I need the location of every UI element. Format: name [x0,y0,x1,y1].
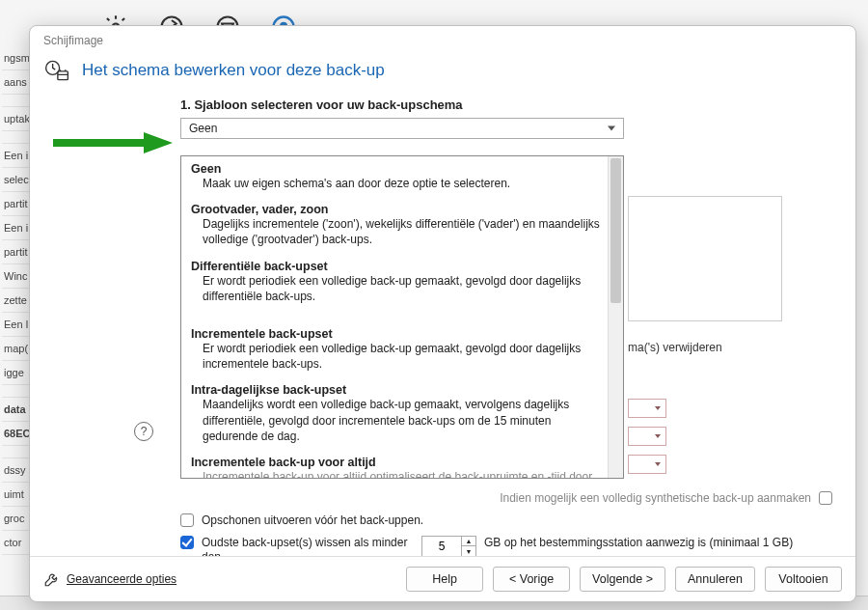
bg-nav-fragment: dssy [2,458,29,483]
next-button[interactable]: Volgende > [580,567,665,592]
dialog-header: Het schema bewerken voor deze back-up [30,51,855,92]
attention-arrow [51,130,176,155]
template-option-title: Differentiële back-upset [191,260,602,273]
bg-nav-fragment: aans [2,70,29,95]
template-option[interactable]: Grootvader, vader, zoonDagelijks increme… [191,203,602,247]
template-option-title: Intra-dagelijkse back-upset [191,383,602,397]
lower-options: Indien mogelijk een volledig synthetisch… [180,491,836,556]
delete-schemas-label-fragment: ma('s) verwijderen [628,341,722,354]
synthetic-checkbox[interactable] [819,491,832,505]
cleanup-label: Opschonen uitvoeren vóór het back-uppen. [202,513,423,527]
cancel-button[interactable]: Annuleren [675,567,755,592]
template-option-title: Grootvader, vader, zoon [191,203,602,216]
bg-side-list: ngsmaansuptakEen iselecpartitEen ipartit… [2,46,29,555]
bg-nav-fragment: map( [2,337,29,361]
bg-nav-fragment: Een i [2,144,29,168]
bg-nav-fragment: selec [2,168,29,192]
template-option[interactable]: GeenMaak uw eigen schema's aan door deze… [191,162,602,191]
delete-oldest-row: Oudste back-upset(s) wissen als minder d… [180,536,836,556]
gb-spinner-up[interactable]: ▲ [462,537,475,546]
template-option[interactable]: Incrementele back-up voor altijdIncremen… [191,456,602,478]
gb-spinner-down[interactable]: ▼ [462,546,475,556]
template-option-title: Incrementele back-upset [191,327,602,341]
gb-trail-label: GB op het bestemmingsstation aanwezig is… [484,536,793,549]
advanced-options-label[interactable]: Geavanceerde opties [67,572,176,586]
template-option-title: Geen [191,162,602,176]
svg-rect-6 [58,71,68,80]
template-option-desc: Dagelijks incrementele ('zoon'), wekelij… [191,216,602,247]
template-option-desc: Maandelijks wordt een volledige back-up … [191,397,602,444]
finish-button[interactable]: Voltooien [765,567,842,592]
template-option[interactable]: Intra-dagelijkse back-upsetMaandelijks w… [191,383,602,444]
bg-nav-fragment: ngsm [2,46,29,70]
bg-nav-fragment: ctor [2,531,29,555]
schedule-icon [43,57,70,84]
template-option-desc: Maak uw eigen schema's aan door deze opt… [191,176,602,191]
template-dropdown-value: Geen [189,122,217,135]
step-heading: 1. Sjabloon selecteren voor uw back-upsc… [180,97,836,112]
bg-nav-fragment [2,95,29,107]
synthetic-row: Indien mogelijk een volledig synthetisch… [180,491,836,505]
template-option-title: Incrementele back-up voor altijd [191,456,602,469]
dialog-body: 1. Sjabloon selecteren voor uw back-upsc… [30,92,855,556]
dropdown-scrollbar[interactable] [608,156,623,478]
bg-nav-fragment: data [2,398,29,422]
schedule-preview-box [628,196,782,321]
bg-nav-fragment: Winc [2,264,29,289]
help-icon[interactable]: ? [134,422,153,441]
bg-nav-fragment [2,131,29,144]
schedule-dialog: Schijfimage Het schema bewerken voor dez… [29,25,856,602]
bg-nav-fragment: uptak [2,107,29,131]
gb-input[interactable] [422,537,461,556]
retention-selects [628,399,666,474]
template-dropdown-panel: GeenMaak uw eigen schema's aan door deze… [180,155,624,479]
retention-select-3[interactable] [628,455,666,474]
cleanup-checkbox[interactable] [180,513,194,527]
help-button[interactable]: Help [406,567,483,592]
bg-nav-fragment: Een i [2,216,29,240]
delete-oldest-checkbox[interactable] [180,536,194,549]
bg-nav-fragment: 68EC [2,422,29,446]
template-option-desc: Er wordt periodiek een volledige back-up… [191,341,602,372]
template-dropdown[interactable]: Geen [180,118,624,139]
template-option-desc: Er wordt periodiek een volledige back-up… [191,273,602,304]
synthetic-label: Indien mogelijk een volledig synthetisch… [500,491,811,505]
template-option[interactable]: Incrementele back-upsetEr wordt periodie… [191,327,602,372]
wrench-icon [43,570,61,588]
bg-nav-fragment [2,385,29,398]
bg-nav-fragment: Een l [2,313,29,337]
bg-nav-fragment [2,446,29,458]
bg-nav-fragment: partit [2,192,29,216]
previous-button[interactable]: < Vorige [493,567,570,592]
dialog-heading: Het schema bewerken voor deze back-up [82,61,385,80]
bg-nav-fragment: zette [2,289,29,313]
dialog-title: Schijfimage [30,26,855,51]
template-option[interactable]: Differentiële back-upsetEr wordt periodi… [191,260,602,304]
template-option-desc: Incrementele back-up voor altijd optimal… [191,469,602,478]
template-option-list: GeenMaak uw eigen schema's aan door deze… [181,156,608,478]
scrollbar-thumb[interactable] [610,158,621,303]
retention-select-2[interactable] [628,427,666,446]
dialog-footer: Geavanceerde opties Help < Vorige Volgen… [30,556,855,601]
retention-select-1[interactable] [628,399,666,418]
bg-nav-fragment: groc [2,507,29,531]
bg-nav-fragment: igge [2,361,29,385]
bg-nav-fragment: uimt [2,483,29,507]
delete-oldest-label: Oudste back-upset(s) wissen als minder d… [202,536,414,556]
cleanup-row: Opschonen uitvoeren vóór het back-uppen. [180,513,836,527]
gb-spinner[interactable]: ▲ ▼ [421,536,476,556]
advanced-options-link[interactable]: Geavanceerde opties [43,570,176,588]
bg-nav-fragment: partit [2,240,29,264]
